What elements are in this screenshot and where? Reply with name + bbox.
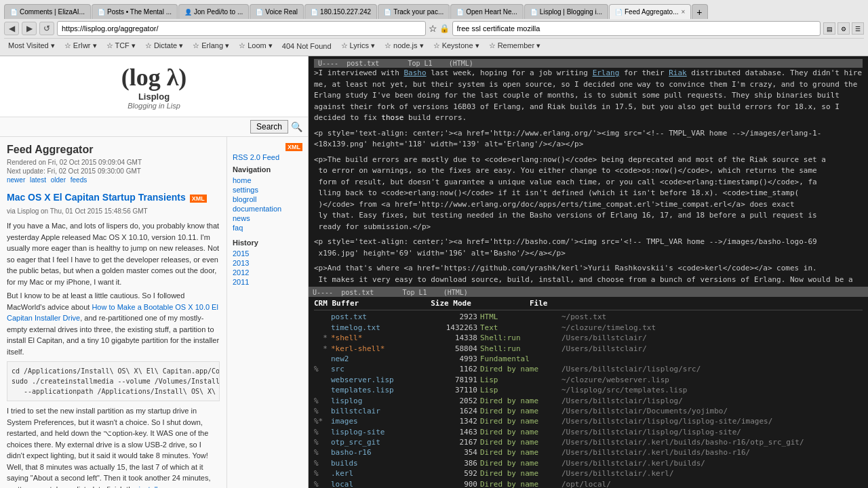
buf-name: .kerl xyxy=(331,468,439,479)
nav-settings[interactable]: settings xyxy=(233,186,302,194)
feed-updated: Next update: Fri, 02 Oct 2015 09:30:00 G… xyxy=(7,167,220,175)
macworld-link[interactable]: How to Make a Bootable OS X 10.0 El Capi… xyxy=(7,303,218,323)
article-via-1: via Lisplog on Thu, 01 Oct 2015 15:48:56… xyxy=(7,207,220,215)
buffer-row[interactable]: webserver.lisp78191Lisp~/clozure/webserv… xyxy=(314,375,863,385)
newer-link[interactable]: newer xyxy=(7,176,25,184)
code-top-pane: U---- post.txt Top L1 (HTML) >I intervie… xyxy=(309,56,868,287)
buf-size: 1463 xyxy=(439,427,480,437)
bookmark-dictate[interactable]: ☆ Dictate ▾ xyxy=(141,40,187,52)
buf-file: /Users/billstclair/.kerl/builds/basho-r1… xyxy=(561,437,804,447)
buf-name: webserver.lisp xyxy=(331,375,439,385)
top-buffer-header: U---- post.txt Top L1 (HTML) xyxy=(314,59,863,68)
buffer-row[interactable]: post.txt2923HTML~/post.txt xyxy=(314,312,863,322)
rss-link[interactable]: RSS 2.0 Feed xyxy=(233,153,302,161)
buffer-row[interactable]: % lisplog-site1463Dired by name/Users/bi… xyxy=(314,427,863,437)
search-icon[interactable]: 🔍 xyxy=(291,121,302,132)
buffer-row[interactable]: %* images1342Dired by name/Users/billstc… xyxy=(314,416,863,426)
buffer-row[interactable]: timelog.txt1432263Text~/clozure/timelog.… xyxy=(314,323,863,333)
buffer-row[interactable]: % basho-r16354Dired by name/Users/billst… xyxy=(314,447,863,458)
search-button[interactable]: Search xyxy=(250,120,288,134)
buffer-row[interactable]: % lisplog2052Dired by name/Users/billstc… xyxy=(314,396,863,406)
nav-news[interactable]: news xyxy=(233,214,302,222)
code-block-1: cd /Applications/Install\ OS\ X\ El\ Cap… xyxy=(7,361,220,401)
buffer-row[interactable]: templates.lisp37110Lisp~/lisplog/src/tem… xyxy=(314,385,863,395)
back-button[interactable]: ◀ xyxy=(4,22,19,35)
tab-feedagg[interactable]: 📄 Feed Aggregato... × xyxy=(609,4,691,19)
html-content-area: >I interviewed with Basho last week, hop… xyxy=(314,68,863,287)
tab-favicon: 📄 xyxy=(456,9,464,16)
bookmark-loom[interactable]: ☆ Loom ▾ xyxy=(235,40,277,52)
nav-blogroll[interactable]: blogroll xyxy=(233,195,302,203)
bookmark-erlang[interactable]: ☆ Erlang ▾ xyxy=(189,40,233,52)
basho-link[interactable]: Basho xyxy=(403,68,426,77)
reload-button[interactable]: ↺ xyxy=(39,22,54,35)
history-2011[interactable]: 2011 xyxy=(233,278,302,286)
blog-logo: (log λ) xyxy=(7,63,301,92)
buf-size: 592 xyxy=(439,468,480,479)
extension-icon-2[interactable]: ⚙ xyxy=(837,22,850,35)
tab-jon[interactable]: 👤 Jon Pedi/to to ... xyxy=(178,4,249,19)
tab-ip[interactable]: 📄 180.150.227.242 xyxy=(304,4,377,19)
bookmark-star-icon[interactable]: ☆ xyxy=(429,23,437,34)
html-line-3: <p>And that's where <a href='https://git… xyxy=(314,263,863,287)
article-title-1[interactable]: Mac OS X El Capitan Startup Transients xyxy=(7,192,186,203)
bookmark-remember[interactable]: ☆ Remember ▾ xyxy=(485,40,545,52)
tab-favicon: 📄 xyxy=(256,9,263,16)
feed-rendered: Rendered on Fri, 02 Oct 2015 09:09:04 GM… xyxy=(7,159,220,166)
riak-link[interactable]: Riak xyxy=(669,68,687,77)
bookmark-most-visited[interactable]: Most Visited ▾ xyxy=(4,40,59,52)
article-capitan: Mac OS X El Capitan Startup Transients X… xyxy=(7,192,220,488)
buf-file: /Users/billstclair/Documents/yojimbo/ xyxy=(561,406,728,416)
buf-mode: Text xyxy=(480,323,561,333)
tab-posts[interactable]: 📄 Posts • The Mental ... xyxy=(92,4,178,19)
bookmark-nodejs[interactable]: ☆ node.js ▾ xyxy=(380,40,428,52)
erlang-link[interactable]: Erlang xyxy=(593,68,620,77)
history-2013[interactable]: 2013 xyxy=(233,259,302,267)
extension-icon-1[interactable]: ▤ xyxy=(823,22,835,35)
buf-name: local xyxy=(331,479,439,488)
older-link[interactable]: older xyxy=(51,176,66,184)
install-link[interactable]: install xyxy=(138,485,157,489)
blog-search-bar: Search 🔍 xyxy=(0,117,308,137)
tab-comments[interactable]: 📄 Comments | ElizaAI... xyxy=(4,4,91,19)
html-line-1: >I interviewed with Basho last week, hop… xyxy=(314,68,863,124)
tab-close-icon[interactable]: × xyxy=(681,8,685,16)
buf-flags: % xyxy=(314,427,331,437)
buf-file: /Users/billstclair/ xyxy=(561,344,647,354)
feed-links: newer latest older feeds xyxy=(7,176,220,184)
buf-mode: Dired by name xyxy=(480,468,561,479)
buffer-row[interactable]: **shell*14338Shell:run/Users/billstclair… xyxy=(314,333,863,343)
latest-link[interactable]: latest xyxy=(30,176,46,184)
bookmark-lyrics[interactable]: ☆ Lyrics ▾ xyxy=(337,40,379,52)
buffer-row[interactable]: % builds386Dired by name/Users/billstcla… xyxy=(314,458,863,468)
history-2012[interactable]: 2012 xyxy=(233,268,302,277)
buffer-row[interactable]: new24993Fundamental xyxy=(314,354,863,364)
extension-icon-3[interactable]: ☰ xyxy=(852,22,864,35)
nav-faq[interactable]: faq xyxy=(233,224,302,232)
buffer-row[interactable]: % billstclair1624Dired by name/Users/bil… xyxy=(314,406,863,416)
bookmark-tcf[interactable]: ☆ TCF ▾ xyxy=(102,40,140,52)
buf-size: 14338 xyxy=(439,333,480,343)
forward-button[interactable]: ▶ xyxy=(22,22,37,35)
buffer-row[interactable]: % src1162Dired by name/Users/billstclair… xyxy=(314,364,863,374)
buffer-row[interactable]: % otp_src_git2167Dired by name/Users/bil… xyxy=(314,437,863,447)
tab-openheart[interactable]: 📄 Open Heart Ne... xyxy=(450,4,524,19)
buffer-row[interactable]: % local900Dired by name/opt/local/ xyxy=(314,479,863,488)
search-input[interactable] xyxy=(452,21,821,36)
tab-voice[interactable]: 📄 Voice Real xyxy=(250,4,304,19)
buf-mode: Dired by name xyxy=(480,364,561,374)
bookmark-erlwr[interactable]: ☆ ErIwr ▾ xyxy=(60,40,101,52)
nav-home[interactable]: home xyxy=(233,176,302,184)
buf-size: 37110 xyxy=(439,385,480,395)
bookmark-keystone[interactable]: ☆ Keystone ▾ xyxy=(429,40,484,52)
address-bar[interactable] xyxy=(57,21,426,36)
tab-favicon: 📄 xyxy=(615,9,623,16)
buffer-row[interactable]: % .kerl592Dired by name/Users/billstclai… xyxy=(314,468,863,479)
tab-track[interactable]: 📄 Track your pac... xyxy=(378,4,450,19)
nav-documentation[interactable]: documentation xyxy=(233,205,302,213)
history-2015[interactable]: 2015 xyxy=(233,249,302,258)
buffer-row[interactable]: **kerl-shell*58804Shell:run/Users/billst… xyxy=(314,344,863,354)
tab-new[interactable]: + xyxy=(692,4,708,19)
bookmark-404[interactable]: 404 Not Found xyxy=(278,41,336,52)
tab-lisplog[interactable]: 📄 Lisplog | Blogging i... xyxy=(524,4,608,19)
